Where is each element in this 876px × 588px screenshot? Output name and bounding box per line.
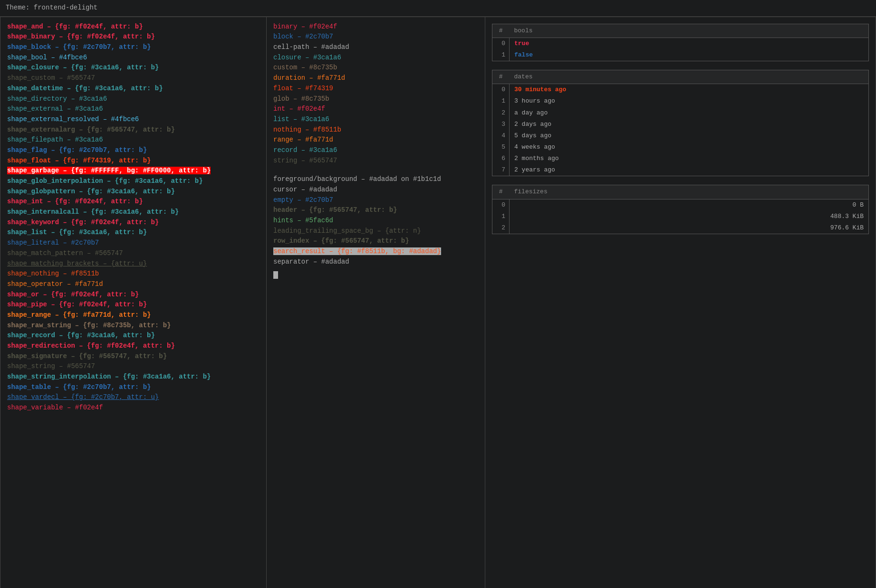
row-value: false — [510, 49, 869, 61]
left-line-item: shape_matching_brackets – {attr: u} — [7, 259, 260, 269]
main-container: shape_and – {fg: #f02e4f, attr: b}shape_… — [0, 17, 876, 588]
col-left: shape_and – {fg: #f02e4f, attr: b}shape_… — [0, 17, 267, 588]
mid-line-item: header – {fg: #565747, attr: b} — [273, 205, 478, 216]
left-line-item: shape_signature – {fg: #565747, attr: b} — [7, 351, 260, 362]
mid-line-item: glob – #8c735b — [273, 94, 478, 104]
table-row: 1 false — [492, 49, 869, 61]
row-value: 2 days ago — [510, 119, 869, 130]
row-value: 2 months ago — [510, 153, 869, 164]
row-num: 3 — [492, 119, 510, 130]
left-line-item: shape_table – {fg: #2c70b7, attr: b} — [7, 382, 260, 393]
left-line-item: shape_glob_interpolation – {fg: #3ca1a6,… — [7, 176, 260, 187]
row-value: 2 years ago — [510, 164, 869, 176]
filesizes-col-label-header: filesizes — [510, 185, 869, 199]
row-num: 2 — [492, 107, 510, 119]
left-line-item: shape_redirection – {fg: #f02e4f, attr: … — [7, 341, 260, 351]
table-row: 0 0 B — [492, 199, 869, 211]
left-line-item: shape_custom – #565747 — [7, 73, 260, 84]
row-num: 1 — [492, 49, 510, 61]
row-num: 1 — [492, 211, 510, 222]
table-row: 1 488.3 KiB — [492, 211, 869, 222]
dates-header-row: # dates — [492, 70, 869, 84]
left-line-item: shape_match_pattern – #565747 — [7, 248, 260, 259]
page-wrapper: Theme: frontend-delight shape_and – {fg:… — [0, 0, 876, 588]
filesizes-col-num-header: # — [492, 185, 510, 199]
left-line-item: shape_or – {fg: #f02e4f, attr: b} — [7, 290, 260, 300]
theme-title: Theme: frontend-delight — [0, 0, 876, 17]
left-line-item: shape_flag – {fg: #2c70b7, attr: b} — [7, 145, 260, 156]
table-row: 3 2 days ago — [492, 119, 869, 130]
mid-line-item: empty – #2c70b7 — [273, 195, 478, 206]
dates-tbody: 0 30 minutes ago1 3 hours ago2 a day ago… — [492, 84, 869, 176]
mid-lines-bottom: foreground/background – #adadad on #1b1c… — [273, 174, 478, 267]
mid-line-item: float – #f74319 — [273, 84, 478, 94]
table-row: 6 2 months ago — [492, 153, 869, 164]
left-line-item: shape_internalcall – {fg: #3ca1a6, attr:… — [7, 207, 260, 218]
bools-header-row: # bools — [492, 24, 869, 38]
left-line-item: shape_nothing – #f8511b — [7, 269, 260, 279]
mid-lines-top: binary – #f02e4fblock – #2c70b7cell-path… — [273, 22, 478, 166]
left-line-item: shape_external – #3ca1a6 — [7, 104, 260, 114]
left-line-item: shape_pipe – {fg: #f02e4f, attr: b} — [7, 300, 260, 310]
row-value: 488.3 KiB — [510, 211, 869, 222]
mid-line-item: cursor – #adadad — [273, 185, 478, 195]
cursor-line — [273, 271, 478, 279]
left-line-item: shape_externalarg – {fg: #565747, attr: … — [7, 125, 260, 135]
mid-line-item: range – #fa771d — [273, 135, 478, 145]
row-num: 4 — [492, 130, 510, 142]
row-value: 3 hours ago — [510, 95, 869, 107]
mid-line-item: search_result – {fg: #f8511b, bg: #adada… — [273, 247, 478, 257]
row-value: a day ago — [510, 107, 869, 119]
left-line-item: shape_operator – #fa771d — [7, 279, 260, 290]
left-line-item: shape_block – {fg: #2c70b7, attr: b} — [7, 42, 260, 53]
table-row: 4 5 days ago — [492, 130, 869, 142]
filesizes-header-row: # filesizes — [492, 185, 869, 199]
left-line-item: shape_int – {fg: #f02e4f, attr: b} — [7, 197, 260, 207]
col-mid: binary – #f02e4fblock – #2c70b7cell-path… — [267, 17, 485, 588]
row-value: 5 days ago — [510, 130, 869, 142]
mid-line-item: closure – #3ca1a6 — [273, 53, 478, 63]
filesizes-table: # filesizes 0 0 B1 488.3 KiB2 976.6 KiB — [492, 185, 869, 234]
left-line-item: shape_string – #565747 — [7, 361, 260, 372]
table-row: 1 3 hours ago — [492, 95, 869, 107]
table-row: 5 4 weeks ago — [492, 142, 869, 153]
row-num: 1 — [492, 95, 510, 107]
mid-line-item: leading_trailing_space_bg – {attr: n} — [273, 226, 478, 237]
row-num: 6 — [492, 153, 510, 164]
mid-line-item: hints – #5fac6d — [273, 216, 478, 226]
mid-line-item: custom – #8c735b — [273, 63, 478, 73]
row-num: 7 — [492, 164, 510, 176]
left-line-item: shape_vardecl – {fg: #2c70b7, attr: u} — [7, 392, 260, 403]
mid-line-item: binary – #f02e4f — [273, 22, 478, 32]
left-line-item: shape_literal – #2c70b7 — [7, 238, 260, 248]
left-line-item: shape_keyword – {fg: #f02e4f, attr: b} — [7, 218, 260, 228]
mid-line-item: list – #3ca1a6 — [273, 114, 478, 125]
left-line-item: shape_globpattern – {fg: #3ca1a6, attr: … — [7, 187, 260, 197]
cursor-block — [273, 271, 278, 279]
bools-col-num-header: # — [492, 24, 510, 38]
filesizes-tbody: 0 0 B1 488.3 KiB2 976.6 KiB — [492, 199, 869, 234]
table-row: 2 a day ago — [492, 107, 869, 119]
mid-line-item: nothing – #f8511b — [273, 125, 478, 135]
table-row: 0 30 minutes ago — [492, 84, 869, 96]
left-line-item: shape_string_interpolation – {fg: #3ca1a… — [7, 372, 260, 382]
mid-line-item: record – #3ca1a6 — [273, 145, 478, 156]
table-row: 2 976.6 KiB — [492, 222, 869, 234]
mid-line-item: duration – #fa771d — [273, 73, 478, 84]
bools-tbody: 0 true1 false — [492, 38, 869, 61]
left-line-item: shape_filepath – #3ca1a6 — [7, 135, 260, 145]
row-value: 4 weeks ago — [510, 142, 869, 153]
dates-col-num-header: # — [492, 70, 510, 84]
left-line-item: shape_record – {fg: #3ca1a6, attr: b} — [7, 331, 260, 341]
dates-col-label-header: dates — [510, 70, 869, 84]
left-line-item: shape_datetime – {fg: #3ca1a6, attr: b} — [7, 84, 260, 94]
row-num: 0 — [492, 84, 510, 96]
left-line-item: shape_raw_string – {fg: #8c735b, attr: b… — [7, 321, 260, 331]
left-line-item: shape_directory – #3ca1a6 — [7, 94, 260, 104]
left-line-item: shape_and – {fg: #f02e4f, attr: b} — [7, 22, 260, 32]
left-line-item: shape_list – {fg: #3ca1a6, attr: b} — [7, 228, 260, 238]
row-value: 976.6 KiB — [510, 222, 869, 234]
mid-line-item: int – #f02e4f — [273, 104, 478, 114]
left-line-item: shape_closure – {fg: #3ca1a6, attr: b} — [7, 63, 260, 73]
mid-line-item: foreground/background – #adadad on #1b1c… — [273, 174, 478, 185]
